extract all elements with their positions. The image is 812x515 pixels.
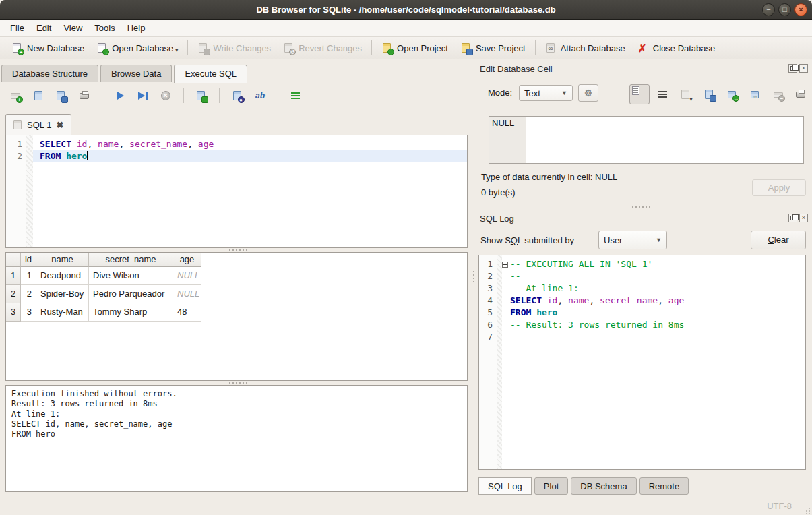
open-sql-file-button[interactable] — [30, 88, 47, 104]
line-number-gutter: 1 2 — [6, 135, 26, 247]
tab-browse-data[interactable]: Browse Data — [100, 65, 172, 82]
text-mode-button[interactable] — [629, 84, 650, 104]
float-panel-icon[interactable] — [788, 214, 797, 222]
column-header-id[interactable]: id — [21, 253, 36, 267]
column-header-name[interactable]: name — [36, 253, 89, 267]
log-line: -- EXECUTING ALL IN 'SQL 1' — [510, 258, 805, 270]
attach-database-button[interactable]: ∞ Attach Database — [539, 40, 631, 57]
export-cell-data-button[interactable] — [700, 86, 718, 103]
menu-view[interactable]: View — [57, 21, 88, 35]
sql-document-tab[interactable]: SQL 1 ✖ — [5, 114, 71, 135]
minimize-button[interactable]: − — [762, 3, 775, 16]
close-button[interactable]: × — [794, 3, 807, 16]
menu-file[interactable]: File — [4, 21, 30, 35]
stop-execution-button: ✕ — [157, 88, 175, 104]
clear-log-button[interactable]: Clear — [751, 231, 806, 249]
corner-header-cell[interactable] — [6, 253, 21, 267]
encoding-indicator[interactable]: UTF-8 — [767, 501, 792, 511]
save-as-icon — [704, 89, 715, 100]
open-database-button[interactable]: → Open Database ▾ — [90, 40, 184, 57]
tab-db-schema[interactable]: DB Schema — [571, 477, 636, 495]
execute-current-line-button[interactable] — [134, 88, 152, 104]
menu-tools[interactable]: Tools — [88, 21, 121, 35]
write-changes-button: Write Changes — [191, 40, 277, 57]
main-toolbar: + New Database → Open Database ▾ Write C… — [0, 36, 812, 59]
word-wrap-button[interactable] — [654, 86, 673, 103]
find-button[interactable]: ● — [228, 88, 246, 104]
sql-editor-toolbar: + ▾ ✕ ▾ ● ab — [7, 88, 305, 104]
auto-apply-button[interactable]: ☸ — [578, 84, 598, 102]
print-sql-button[interactable] — [75, 88, 93, 104]
gear-icon: ☸ — [584, 88, 593, 98]
sql-log-view[interactable]: 1 2 3 4 5 6 7 -- EXECUTING ALL IN 'SQL 1… — [478, 255, 806, 470]
maximize-button[interactable]: □ — [778, 3, 791, 16]
table-row[interactable]: 2 2 Spider-Boy Pedro Parqueador NULL — [6, 285, 467, 303]
save-project-button[interactable]: Save Project — [454, 40, 532, 57]
open-project-button[interactable]: → Open Project — [375, 40, 454, 57]
window-controls: − □ × — [762, 3, 807, 16]
execution-message-area: Execution finished without errors. Resul… — [5, 385, 468, 492]
new-sql-tab-button[interactable]: + — [7, 88, 24, 104]
tab-database-structure[interactable]: Database Structure — [1, 65, 98, 82]
save-file-icon — [55, 90, 67, 102]
sql-log-filter-label: Show SQL submitted by — [480, 235, 574, 245]
fold-margin — [26, 135, 33, 247]
word-wrap-toggle[interactable] — [287, 88, 305, 104]
apply-button: Apply — [752, 179, 806, 196]
save-sql-file-button[interactable]: ▾ — [53, 88, 70, 104]
copy-link-button[interactable]: ∞ — [746, 86, 764, 103]
results-table: id name secret_name age 1 1 Deadpond Div… — [5, 252, 468, 381]
close-panel-icon[interactable]: × — [799, 64, 808, 73]
tab-execute-sql[interactable]: Execute SQL — [174, 65, 247, 83]
set-null-button: − — [769, 86, 787, 103]
fold-margin — [502, 258, 510, 469]
open-project-icon: → — [381, 42, 393, 54]
titlebar: DB Browser for SQLite - /home/user/code/… — [0, 0, 812, 20]
menubar: File Edit View Tools Help — [0, 20, 812, 36]
save-project-icon — [460, 42, 472, 54]
tab-sql-log[interactable]: SQL Log — [478, 477, 532, 495]
column-header-secret-name[interactable]: secret_name — [89, 253, 173, 267]
sql-editor[interactable]: 1 2 SELECT id, name, secret_name, age FR… — [5, 135, 468, 248]
import-icon — [680, 89, 691, 100]
cell-value-editor[interactable]: NULL — [489, 116, 804, 164]
resize-grip[interactable] — [804, 507, 811, 514]
menu-help[interactable]: Help — [121, 21, 152, 35]
cell-log-splitter[interactable] — [617, 205, 664, 209]
float-panel-icon[interactable] — [788, 64, 797, 73]
open-file-icon — [33, 90, 44, 102]
new-tab-icon: + — [10, 90, 22, 102]
close-database-button[interactable]: ✗ Close Database — [631, 40, 722, 57]
mode-select[interactable]: Text▼ — [519, 85, 573, 101]
sql-line-2-current: FROM hero — [33, 150, 467, 162]
execute-line-icon — [137, 90, 149, 102]
fold-collapse-icon[interactable] — [502, 262, 508, 268]
sql-log-panel-title: SQL Log — [480, 214, 514, 224]
open-database-dropdown-icon[interactable]: ▾ — [175, 47, 178, 53]
write-changes-icon — [197, 42, 209, 54]
export-results-button[interactable]: ▾ — [193, 88, 210, 104]
revert-changes-icon: ↺ — [283, 42, 294, 54]
tab-plot[interactable]: Plot — [534, 477, 568, 495]
new-database-button[interactable]: + New Database — [5, 40, 90, 57]
stop-icon: ✕ — [160, 90, 172, 102]
close-sql-tab-icon[interactable]: ✖ — [56, 120, 63, 130]
cell-type-info: Type of data currently in cell: NULL — [481, 172, 617, 182]
results-header-row: id name secret_name age — [6, 253, 467, 267]
right-panel: Edit Database Cell × Mode: Text▼ ☸ ▾ → ∞… — [476, 59, 812, 515]
column-header-age[interactable]: age — [173, 253, 201, 267]
table-row[interactable]: 1 1 Deadpond Dive Wilson NULL — [6, 267, 467, 285]
log-filter-select[interactable]: User▼ — [598, 231, 667, 249]
execute-all-button[interactable] — [111, 88, 129, 104]
text-document-icon — [632, 86, 639, 95]
format-sql-button[interactable]: ab — [251, 88, 269, 104]
left-panel: Database Structure Browse Data Execute S… — [0, 59, 476, 515]
open-in-external-button[interactable]: → — [723, 86, 741, 103]
menu-edit[interactable]: Edit — [30, 21, 57, 35]
table-row[interactable]: 3 3 Rusty-Man Tommy Sharp 48 — [6, 303, 467, 322]
toolbar-separator — [535, 40, 536, 55]
tab-remote[interactable]: Remote — [639, 477, 689, 495]
format-sql-icon: ab — [255, 90, 266, 102]
close-panel-icon[interactable]: × — [799, 214, 808, 222]
print-cell-button[interactable] — [792, 86, 810, 103]
